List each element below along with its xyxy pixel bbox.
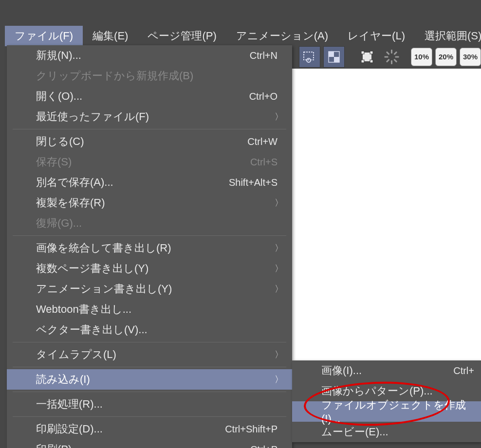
menu-item-flatten-export[interactable]: 画像を統合して書き出し(R)〉: [7, 238, 292, 258]
submenu-item-image[interactable]: 画像(I)...Ctrl+: [292, 360, 481, 381]
label: 別名で保存(A)...: [36, 175, 229, 190]
opacity-30-button[interactable]: 30%: [460, 48, 481, 66]
label: 最近使ったファイル(F): [36, 109, 281, 124]
titlebar-area: [0, 0, 481, 27]
marquee-tool-icon[interactable]: [299, 46, 320, 68]
label: ムービー(E)...: [321, 425, 470, 439]
submenu-item-movie[interactable]: ムービー(E)...: [292, 422, 481, 442]
label: 画像(I)...: [321, 363, 470, 378]
opacity-20-button[interactable]: 20%: [435, 48, 457, 66]
menu-item-open[interactable]: 開く(O)...Ctrl+O: [7, 86, 292, 107]
separator: [13, 342, 286, 342]
menu-item-save-copy[interactable]: 複製を保存(R)〉: [7, 193, 292, 213]
chevron-right-icon: 〉: [275, 111, 283, 123]
loading-icon[interactable]: [381, 46, 402, 68]
svg-rect-4: [361, 51, 364, 54]
separator: [13, 367, 286, 367]
submenu-item-create-file-object[interactable]: ファイルオブジェクトを作成(I)...: [292, 401, 481, 422]
menu-edit[interactable]: 編集(E): [83, 26, 138, 46]
label: 保存(S): [36, 155, 250, 169]
label: 一括処理(R)...: [36, 397, 281, 412]
menu-item-new[interactable]: 新規(N)...Ctrl+N: [7, 45, 292, 66]
label: Webtoon書き出し...: [36, 302, 281, 317]
menu-item-animation-export[interactable]: アニメーション書き出し(Y)〉: [7, 279, 292, 299]
shortcut: Ctrl+N: [250, 50, 281, 61]
file-dropdown: 新規(N)...Ctrl+N クリップボードから新規作成(B) 開く(O)...…: [7, 45, 292, 448]
svg-rect-6: [361, 60, 364, 63]
canvas[interactable]: [292, 69, 481, 360]
menu-animation[interactable]: アニメーション(A): [226, 26, 338, 46]
chevron-right-icon: 〉: [275, 374, 283, 385]
chevron-right-icon: 〉: [275, 263, 283, 274]
menu-selection[interactable]: 選択範囲(S): [415, 26, 481, 46]
label: クリップボードから新規作成(B): [36, 69, 281, 83]
menu-item-print-settings[interactable]: 印刷設定(D)...Ctrl+Shift+P: [7, 419, 292, 439]
menu-item-print[interactable]: 印刷(P)...Ctrl+P: [7, 439, 292, 448]
label: アニメーション書き出し(Y): [36, 282, 281, 296]
chevron-right-icon: 〉: [275, 349, 283, 360]
chevron-right-icon: 〉: [275, 283, 283, 295]
label: 印刷(P)...: [36, 442, 250, 448]
shortcut: Ctrl+: [453, 365, 474, 376]
menu-item-import[interactable]: 読み込み(I)〉: [7, 369, 292, 390]
chevron-right-icon: 〉: [275, 197, 283, 209]
menu-item-batch[interactable]: 一括処理(R)...: [7, 394, 292, 414]
label: 画像からパターン(P)...: [321, 384, 470, 398]
label: 印刷設定(D)...: [36, 422, 225, 436]
menu-item-save-as[interactable]: 別名で保存(A)...Shift+Alt+S: [7, 172, 292, 193]
menu-item-new-from-clipboard: クリップボードから新規作成(B): [7, 66, 292, 86]
shortcut: Shift+Alt+S: [229, 177, 281, 188]
label: 開く(O)...: [36, 89, 249, 104]
label: 閉じる(C): [36, 134, 247, 149]
transform-icon[interactable]: [356, 46, 378, 68]
menu-item-multipage-export[interactable]: 複数ページ書き出し(Y)〉: [7, 258, 292, 279]
menu-item-webtoon-export[interactable]: Webtoon書き出し...: [7, 299, 292, 320]
menu-item-recent[interactable]: 最近使ったファイル(F)〉: [7, 107, 292, 127]
shortcut: Ctrl+O: [249, 91, 281, 102]
menubar: ファイル(F) 編集(E) ページ管理(P) アニメーション(A) レイヤー(L…: [0, 27, 481, 45]
label: 新規(N)...: [36, 48, 250, 63]
import-submenu: 画像(I)...Ctrl+ 画像からパターン(P)... ファイルオブジェクトを…: [292, 360, 481, 442]
label: 複数ページ書き出し(Y): [36, 261, 281, 276]
menu-layer[interactable]: レイヤー(L): [338, 26, 415, 46]
opacity-10-button[interactable]: 10%: [411, 48, 432, 66]
label: 復帰(G)...: [36, 216, 281, 231]
label: 画像を統合して書き出し(R): [36, 241, 281, 255]
shortcut: Ctrl+W: [247, 136, 281, 147]
label: 複製を保存(R): [36, 196, 281, 210]
crop-icon[interactable]: [323, 46, 345, 68]
menu-page[interactable]: ページ管理(P): [138, 26, 226, 46]
menu-item-timelapse[interactable]: タイムラプス(L)〉: [7, 344, 292, 365]
svg-rect-5: [370, 51, 373, 54]
toolbar: 10% 20% 30%: [292, 45, 481, 69]
shortcut: Ctrl+Shift+P: [225, 424, 281, 435]
separator: [13, 235, 286, 236]
menu-item-close[interactable]: 閉じる(C)Ctrl+W: [7, 131, 292, 152]
menu-item-revert: 復帰(G)...: [7, 213, 292, 233]
shortcut: Ctrl+S: [250, 157, 281, 168]
separator: [13, 392, 286, 392]
menu-item-vector-export[interactable]: ベクター書き出し(V)...: [7, 320, 292, 340]
label: タイムラプス(L): [36, 347, 281, 362]
chevron-right-icon: 〉: [275, 242, 283, 254]
menu-item-save: 保存(S)Ctrl+S: [7, 152, 292, 172]
separator: [13, 129, 286, 129]
separator: [13, 416, 286, 417]
label: 読み込み(I): [36, 372, 281, 387]
svg-rect-7: [370, 60, 373, 63]
label: ファイルオブジェクトを作成(I)...: [321, 398, 470, 425]
menu-file[interactable]: ファイル(F): [5, 26, 83, 46]
shortcut: Ctrl+P: [250, 444, 281, 448]
label: ベクター書き出し(V)...: [36, 323, 281, 337]
